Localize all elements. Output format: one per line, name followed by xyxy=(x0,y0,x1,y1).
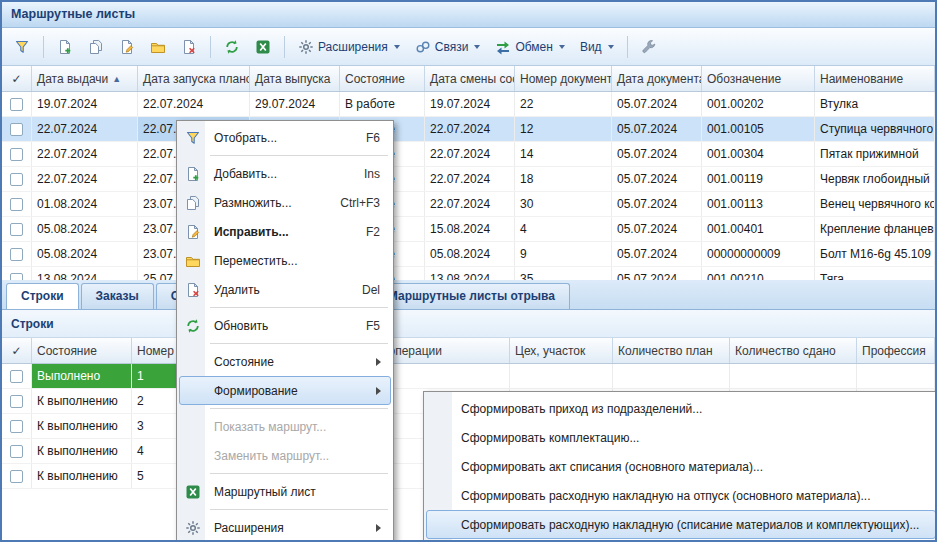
links-menu[interactable]: Связи xyxy=(409,34,487,60)
menu-item[interactable]: Сформировать акт списания (основного мат… xyxy=(426,452,936,481)
exchange-menu[interactable]: Обмен xyxy=(489,34,571,60)
cell: 22.07.2024 xyxy=(138,92,250,116)
column-header[interactable]: Количество план xyxy=(613,338,730,363)
column-header[interactable]: Номер документа xyxy=(515,66,612,91)
menu-item[interactable]: ОбновитьF5 xyxy=(179,311,391,340)
cell xyxy=(510,364,613,388)
row-checkbox[interactable] xyxy=(10,420,23,433)
doc-copy-icon xyxy=(88,39,104,55)
tab-0[interactable]: Строки xyxy=(6,283,79,309)
menu-item[interactable]: Добавить...Ins xyxy=(179,159,391,188)
tab-1[interactable]: Заказы xyxy=(81,283,154,309)
menu-item-label: Переместить... xyxy=(206,254,390,268)
add-button[interactable] xyxy=(51,34,79,60)
column-header[interactable]: Цех, участок xyxy=(510,338,613,363)
menu-item[interactable]: Формирование xyxy=(179,376,391,405)
route-sheet-row[interactable]: 01.08.202423.07.2024В работе22.07.202430… xyxy=(2,192,935,217)
column-header[interactable]: Дата выдачи▲ xyxy=(32,66,138,91)
cell: 13.08.2024 xyxy=(425,267,515,280)
duplicate-button[interactable] xyxy=(82,34,110,60)
rows-grid-header: ✓СостояниеНомерОперацияНаименование опер… xyxy=(2,338,935,364)
filter-button[interactable] xyxy=(8,34,36,60)
route-sheet-row[interactable]: 22.07.202422.07.2024В работе22.07.202414… xyxy=(2,142,935,167)
column-header[interactable]: Наименование xyxy=(815,66,935,91)
doc-delete-icon xyxy=(181,39,197,55)
column-header[interactable]: Количество сдано xyxy=(730,338,857,363)
row-check-cell xyxy=(2,439,32,463)
operation-row[interactable]: Выполнено1 xyxy=(2,364,935,389)
menu-item[interactable]: Сформировать расходную накладную (списан… xyxy=(426,510,936,539)
menu-item[interactable]: Заменить маршрут... xyxy=(179,441,391,470)
column-header[interactable]: Дата документа xyxy=(612,66,702,91)
row-checkbox[interactable] xyxy=(10,273,23,281)
column-header-label: Дата выпуска xyxy=(255,72,330,86)
row-checkbox[interactable] xyxy=(10,173,23,186)
column-header[interactable]: Состояние xyxy=(32,338,132,363)
column-header-label: Дата выдачи xyxy=(37,72,108,86)
row-checkbox[interactable] xyxy=(10,148,23,161)
settings-button[interactable] xyxy=(635,34,663,60)
menu-item[interactable]: Расширения xyxy=(179,513,391,542)
row-checkbox[interactable] xyxy=(10,470,23,483)
menu-item[interactable]: Состояние xyxy=(179,347,391,376)
tab-3[interactable]: Маршрутные листы отрыва xyxy=(373,283,570,309)
menu-item[interactable]: Маршрутный лист xyxy=(179,477,391,506)
menu-item[interactable]: Исправить...F2 xyxy=(179,217,391,246)
folder-icon xyxy=(180,253,206,269)
menu-item-label: Исправить... xyxy=(206,225,354,239)
menu-item[interactable]: Сформировать приход из подразделений... xyxy=(426,394,936,423)
column-header[interactable]: Дата запуска плановая xyxy=(138,66,250,91)
row-checkbox[interactable] xyxy=(10,98,23,111)
row-checkbox[interactable] xyxy=(10,198,23,211)
doc-copy-icon xyxy=(180,195,206,211)
row-checkbox[interactable] xyxy=(10,370,23,383)
submenu-arrow-icon xyxy=(376,358,381,366)
sort-asc-icon: ▲ xyxy=(112,74,121,84)
column-header[interactable]: Обозначение xyxy=(702,66,815,91)
edit-button[interactable] xyxy=(113,34,141,60)
row-checkbox[interactable] xyxy=(10,223,23,236)
select-all-header[interactable]: ✓ xyxy=(2,66,32,91)
menu-item[interactable]: Размножить...Ctrl+F3 xyxy=(179,188,391,217)
delete-button[interactable] xyxy=(175,34,203,60)
exchange-icon xyxy=(495,39,511,55)
move-button[interactable] xyxy=(144,34,172,60)
route-sheet-row[interactable]: 22.07.202422.07.2024В работе22.07.202412… xyxy=(2,117,935,142)
column-header[interactable]: Дата выпуска xyxy=(250,66,340,91)
wrench-icon xyxy=(641,39,657,55)
select-all-header[interactable]: ✓ xyxy=(2,338,32,363)
route-sheet-row[interactable]: 13.08.202425.07.2024В работе13.08.202435… xyxy=(2,267,935,280)
column-header[interactable]: Состояние xyxy=(340,66,425,91)
cell: Болт M16-6g 45.109 xyxy=(815,242,935,266)
view-menu[interactable]: Вид xyxy=(574,34,620,60)
column-header[interactable]: Дата смены состояния xyxy=(425,66,515,91)
menu-item-label: Формирование xyxy=(206,384,376,398)
row-check-cell xyxy=(2,364,32,388)
menu-item[interactable]: Сформировать расходную накладную на отпу… xyxy=(426,481,936,510)
menu-item[interactable]: УдалитьDel xyxy=(179,275,391,304)
row-checkbox[interactable] xyxy=(10,123,23,136)
route-sheet-row[interactable]: 05.08.202423.07.2024В работе15.08.202440… xyxy=(2,217,935,242)
dropdown-arrow-icon xyxy=(608,45,614,49)
route-sheet-row[interactable]: 05.08.202423.07.2024В работе05.08.202490… xyxy=(2,242,935,267)
menu-item[interactable]: Отобрать...F6 xyxy=(179,123,391,152)
extensions-menu-label: Расширения xyxy=(318,40,388,54)
toolbar-separator xyxy=(210,36,211,58)
cell: 05.07.2024 xyxy=(612,242,702,266)
row-checkbox[interactable] xyxy=(10,445,23,458)
row-checkbox[interactable] xyxy=(10,248,23,261)
extensions-menu[interactable]: Расширения xyxy=(292,34,406,60)
route-sheet-row[interactable]: 22.07.202422.07.2024В работе22.07.202418… xyxy=(2,167,935,192)
cell: 22.07.2024 xyxy=(425,167,515,191)
menu-item[interactable]: Переместить... xyxy=(179,246,391,275)
route-sheet-row[interactable]: 19.07.202422.07.202429.07.2024В работе19… xyxy=(2,92,935,117)
cell: 22.07.2024 xyxy=(32,142,138,166)
column-header[interactable]: Профессия xyxy=(857,338,935,363)
menu-item[interactable]: Сформировать комплектацию... xyxy=(426,423,936,452)
excel-button[interactable] xyxy=(249,34,277,60)
menu-item[interactable]: Показать маршрут... xyxy=(179,412,391,441)
column-header[interactable]: Номер xyxy=(132,338,180,363)
menu-separator xyxy=(210,307,388,308)
row-checkbox[interactable] xyxy=(10,395,23,408)
refresh-button[interactable] xyxy=(218,34,246,60)
